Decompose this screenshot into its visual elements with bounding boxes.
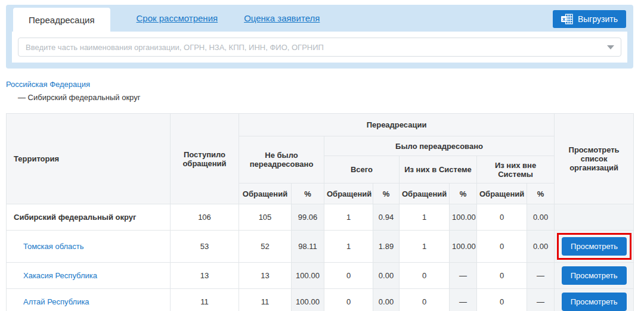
col-header-was-redirected: Было переадресовано (324, 136, 555, 156)
col-header-total: Всего (324, 156, 400, 184)
filter-panel: Переадресация Срок рассмотрения Оценка з… (6, 5, 633, 69)
cell-total: 1 (324, 204, 373, 231)
cell-not-redirected: 13 (239, 263, 292, 289)
svg-text:x: x (562, 15, 566, 22)
cell-in-system-pct: — (450, 263, 477, 289)
cell-in-system-pct: 100.00 (450, 204, 477, 231)
breadcrumb-current-district: — Сибирский федеральный округ (18, 93, 140, 102)
caret-down-icon[interactable] (607, 45, 614, 49)
col-header-appeals: Обращений (400, 184, 450, 204)
tab-srok-rassmotreniya[interactable]: Срок рассмотрения (137, 13, 218, 32)
search-section (12, 32, 627, 63)
col-header-appeals: Обращений (239, 184, 292, 204)
cell-not-redirected: 11 (239, 289, 292, 311)
col-header-appeals: Обращений (477, 184, 527, 204)
col-header-percent: % (373, 184, 400, 204)
table-row-tomsk-region: Томская область 53 52 98.11 1 1.89 1 100… (7, 231, 634, 263)
cell-out-system: 0 (477, 204, 527, 231)
territory-link-altai[interactable]: Алтай Республика (14, 297, 89, 306)
cell-not-redirected-pct: 100.00 (292, 289, 324, 311)
territory-link-khakassia[interactable]: Хакасия Республика (14, 271, 97, 280)
view-button-tomsk[interactable]: Просмотреть (562, 237, 627, 256)
cell-total-pct: 0.00 (373, 263, 400, 289)
col-header-view-list: Просмотреть список организаций (555, 114, 634, 204)
cell-received: 53 (171, 231, 239, 263)
col-header-appeals: Обращений (324, 184, 373, 204)
cell-out-system: 0 (477, 231, 527, 263)
breadcrumb: Российская Федерация — Сибирский федерал… (6, 80, 140, 102)
col-header-redirections: Переадресации (239, 114, 555, 136)
cell-not-redirected-pct: 99.06 (292, 204, 324, 231)
cell-in-system: 1 (400, 204, 450, 231)
cell-total-pct: 0.00 (373, 289, 400, 311)
cell-out-system-pct: — (527, 289, 555, 311)
cell-in-system: 0 (400, 289, 450, 311)
tab-strip: Переадресация Срок рассмотрения Оценка з… (6, 5, 633, 32)
cell-in-system: 1 (400, 231, 450, 263)
excel-icon: x (561, 14, 573, 24)
cell-action-empty (555, 204, 634, 231)
cell-out-system: 0 (477, 263, 527, 289)
cell-total-pct: 0.94 (373, 204, 400, 231)
view-button-altai[interactable]: Просмотреть (562, 293, 627, 311)
cell-not-redirected-pct: 100.00 (292, 263, 324, 289)
cell-in-system-pct: 100.00 (450, 231, 477, 263)
cell-not-redirected: 105 (239, 204, 292, 231)
territory-link-tomsk[interactable]: Томская область (14, 242, 84, 251)
cell-total-pct: 1.89 (373, 231, 400, 263)
view-button-khakassia[interactable]: Просмотреть (562, 266, 627, 285)
cell-total: 1 (324, 231, 373, 263)
cell-in-system-pct: — (450, 289, 477, 311)
table-row-altai: Алтай Республика 11 11 100.00 0 0.00 0 —… (7, 289, 634, 311)
col-header-in-system: Из них в Системе (400, 156, 477, 184)
col-header-territory: Территория (7, 114, 171, 204)
tab-ocenka-zayavitelya[interactable]: Оценка заявителя (244, 13, 320, 32)
table-row-khakassia: Хакасия Республика 13 13 100.00 0 0.00 0… (7, 263, 634, 289)
table-row-siberian-district: Сибирский федеральный округ 106 105 99.0… (7, 204, 634, 231)
col-header-out-system: Из них вне Системы (477, 156, 555, 184)
export-button[interactable]: x Выгрузить (553, 10, 626, 28)
territory-label: Сибирский федеральный округ (14, 213, 136, 222)
col-header-percent: % (450, 184, 477, 204)
col-header-received: Поступило обращений (171, 114, 239, 204)
cell-received: 13 (171, 263, 239, 289)
cell-out-system-pct: — (527, 263, 555, 289)
cell-not-redirected: 52 (239, 231, 292, 263)
cell-out-system: 0 (477, 289, 527, 311)
cell-total: 0 (324, 263, 373, 289)
red-highlight-annotation: Просмотреть (557, 233, 631, 260)
redirections-table: Территория Поступило обращений Переадрес… (6, 113, 634, 311)
col-header-percent: % (527, 184, 555, 204)
cell-total: 0 (324, 289, 373, 311)
col-header-percent: % (292, 184, 324, 204)
cell-out-system-pct: 0.00 (527, 204, 555, 231)
cell-received: 106 (171, 204, 239, 231)
cell-received: 11 (171, 289, 239, 311)
export-button-label: Выгрузить (578, 14, 618, 24)
cell-in-system: 0 (400, 263, 450, 289)
organization-search-input[interactable] (18, 38, 621, 57)
breadcrumb-link-russia[interactable]: Российская Федерация (6, 80, 90, 89)
tab-pereadresaciya[interactable]: Переадресация (13, 8, 110, 32)
col-header-not-redirected: Не было переадресовано (239, 136, 324, 184)
cell-not-redirected-pct: 98.11 (292, 231, 324, 263)
cell-out-system-pct: 0.00 (527, 231, 555, 263)
